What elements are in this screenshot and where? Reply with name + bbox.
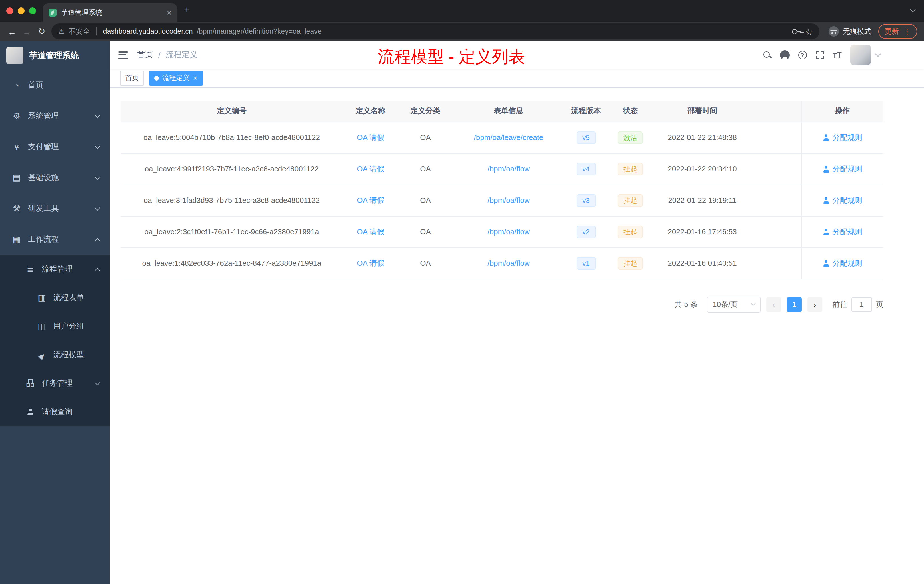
assign-rule-link[interactable]: 分配规则 (823, 164, 862, 174)
close-window-button[interactable] (6, 7, 13, 14)
col-definition-name: 定义名称 (343, 101, 398, 122)
sidebar-item-payment[interactable]: ¥ 支付管理 (0, 132, 110, 162)
sidebar-item-task-management[interactable]: 品 任务管理 (0, 369, 110, 398)
paper-plane-icon: ▶ (36, 350, 47, 360)
next-page-button[interactable]: › (807, 297, 822, 312)
form-link[interactable]: /bpm/oa/flow (487, 259, 530, 267)
sidebar-item-leave-query[interactable]: 请假查询 (0, 398, 110, 426)
sidebar-item-devtools[interactable]: ⚒ 研发工具 (0, 193, 110, 224)
address-bar[interactable]: ⚠ 不安全 dashboard.yudao.iocoder.cn/bpm/man… (51, 23, 819, 40)
hamburger-icon[interactable] (118, 51, 128, 59)
bookmark-star-icon[interactable]: ☆ (805, 27, 813, 36)
breadcrumb-home[interactable]: 首页 (137, 50, 153, 60)
definition-id: oa_leave:3:1fad3d93-7b75-11ec-a3c8-acde4… (120, 185, 343, 216)
deploy-time: 2022-01-16 17:46:53 (653, 216, 751, 247)
tag-process-definition[interactable]: 流程定义 × (149, 71, 203, 86)
table-row: oa_leave:1:482ec033-762a-11ec-8477-a2380… (120, 247, 883, 279)
status-badge: 挂起 (618, 194, 643, 206)
github-icon[interactable] (780, 50, 789, 60)
avatar[interactable] (850, 45, 871, 65)
deploy-time: 2022-01-22 20:34:10 (653, 153, 751, 185)
sidebar-item-process-model[interactable]: ▶ 流程模型 (0, 341, 110, 369)
prev-page-button[interactable]: ‹ (766, 297, 781, 312)
form-link[interactable]: /bpm/oa/leave/create (474, 133, 543, 142)
definition-category: OA (398, 122, 452, 153)
breadcrumb-current: 流程定义 (166, 50, 198, 60)
browser-tab[interactable]: 芋道管理系统 × (43, 3, 177, 22)
sidebar-item-infrastructure[interactable]: ▤ 基础设施 (0, 162, 110, 193)
form-link[interactable]: /bpm/oa/flow (487, 165, 530, 173)
user-group-icon: ◫ (36, 321, 47, 332)
back-button[interactable]: ← (5, 26, 20, 36)
sidebar-item-process-form[interactable]: ▥ 流程表单 (0, 284, 110, 312)
logo-avatar (6, 47, 23, 64)
new-tab-button[interactable]: + (184, 5, 190, 16)
definition-name-link[interactable]: OA 请假 (357, 133, 384, 142)
minimize-window-button[interactable] (18, 7, 25, 14)
update-label: 更新 (884, 26, 899, 36)
update-button[interactable]: 更新 ⋮ (878, 24, 917, 39)
reload-button[interactable]: ↻ (34, 26, 49, 36)
url-divider (96, 27, 97, 35)
sidebar: 芋道管理系统 ◔ 首页 ⚙ 系统管理 ¥ 支付管理 ▤ 基础设施 (0, 41, 110, 584)
form-link[interactable]: /bpm/oa/flow (487, 196, 530, 205)
definition-name-link[interactable]: OA 请假 (357, 259, 384, 267)
assign-rule-link[interactable]: 分配规则 (823, 226, 862, 237)
password-key-icon[interactable] (792, 28, 801, 35)
definition-name-link[interactable]: OA 请假 (357, 164, 384, 173)
sidebar-item-user-group[interactable]: ◫ 用户分组 (0, 312, 110, 341)
pagination: 共 5 条 10条/页 ‹ 1 › 前往 页 (120, 296, 883, 312)
definition-id: oa_leave:5:004b710b-7b8a-11ec-8ef0-acde4… (120, 122, 343, 153)
goto-page-input[interactable] (851, 297, 872, 312)
page-annotation: 流程模型 - 定义列表 (378, 46, 525, 69)
version-badge: v3 (576, 194, 596, 206)
sidebar-item-process-management[interactable]: ≣ 流程管理 (0, 255, 110, 284)
user-icon (823, 134, 830, 141)
assign-rule-link[interactable]: 分配规则 (823, 132, 862, 143)
list-icon: ≣ (25, 264, 35, 274)
form-icon: ▥ (36, 292, 47, 303)
user-icon (823, 197, 830, 204)
form-link[interactable]: /bpm/oa/flow (487, 228, 530, 236)
search-icon[interactable] (762, 51, 771, 59)
sidebar-logo[interactable]: 芋道管理系统 (0, 41, 110, 70)
chevron-down-icon (751, 301, 756, 306)
sidebar-item-home[interactable]: ◔ 首页 (0, 70, 110, 101)
table-row: oa_leave:2:3c1f0ef1-76b1-11ec-9c66-a2380… (120, 216, 883, 247)
tab-search-chevron-icon[interactable] (910, 7, 916, 12)
sidebar-item-workflow[interactable]: ▦ 工作流程 (0, 224, 110, 255)
logo-title: 芋道管理系统 (29, 50, 79, 61)
security-label[interactable]: 不安全 (69, 26, 90, 36)
deploy-time: 2022-01-22 19:19:11 (653, 185, 751, 216)
row-spacer (751, 216, 801, 247)
version-badge: v1 (576, 257, 596, 269)
avatar-chevron-icon[interactable] (875, 51, 881, 57)
status-badge: 激活 (618, 131, 643, 144)
tab-close-icon[interactable]: × (167, 8, 172, 16)
font-size-icon[interactable]: тT (833, 50, 842, 59)
zoom-window-button[interactable] (29, 7, 36, 14)
page-content: 定义编号 定义名称 定义分类 表单信息 流程版本 状态 部署时间 操作 (110, 88, 924, 584)
table-row: oa_leave:5:004b710b-7b8a-11ec-8ef0-acde4… (120, 122, 883, 153)
help-icon[interactable]: ? (798, 51, 807, 59)
browser-menu-icon[interactable]: ⋮ (903, 27, 911, 36)
breadcrumb: 首页 流程定义 (137, 50, 198, 60)
sidebar-item-system[interactable]: ⚙ 系统管理 (0, 101, 110, 132)
current-page[interactable]: 1 (787, 297, 802, 312)
goto-page: 前往 页 (833, 297, 883, 312)
row-spacer (751, 185, 801, 216)
forward-button[interactable]: → (20, 26, 34, 36)
definition-name-link[interactable]: OA 请假 (357, 227, 384, 236)
tag-close-icon[interactable]: × (193, 74, 198, 82)
col-form-info: 表单信息 (452, 101, 564, 122)
definition-name-link[interactable]: OA 请假 (357, 196, 384, 204)
tag-home[interactable]: 首页 (120, 71, 144, 86)
tab-title: 芋道管理系统 (61, 8, 162, 17)
col-process-version: 流程版本 (564, 101, 607, 122)
incognito-icon (828, 26, 839, 36)
col-definition-category: 定义分类 (398, 101, 452, 122)
page-size-select[interactable]: 10条/页 (707, 296, 761, 312)
assign-rule-link[interactable]: 分配规则 (823, 258, 862, 268)
assign-rule-link[interactable]: 分配规则 (823, 195, 862, 205)
fullscreen-icon[interactable] (815, 50, 824, 59)
